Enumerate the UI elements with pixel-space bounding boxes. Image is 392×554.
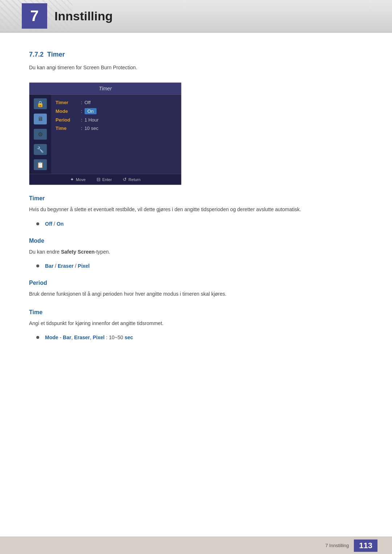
kw-pixel-ref: Pixel <box>93 335 105 340</box>
bullet-timer-text: Off / On <box>45 221 64 227</box>
kw-eraser: Eraser <box>58 263 74 269</box>
kw-eraser-ref: Eraser <box>74 335 90 340</box>
move-icon: ✦ <box>70 177 74 182</box>
kw-sec: sec <box>124 335 133 340</box>
menu-icon-1: 🔒 <box>34 98 47 109</box>
bullet-mode-text: Bar / Eraser / Pixel <box>45 263 90 269</box>
subsection-period-desc: Bruk denne funksjonen til å angi periode… <box>29 290 363 298</box>
return-label: Return <box>128 177 140 182</box>
subsection-time: Time Angi et tidspunkt for kjøring innen… <box>29 309 363 340</box>
menu-rows-container: Timer : Off Mode : On Period : 1 Hour Ti… <box>51 95 181 174</box>
kw-mode-ref: Mode <box>45 335 58 340</box>
return-icon: ↺ <box>123 177 127 182</box>
move-label: Move <box>76 177 86 182</box>
menu-footer-return: ↺ Return <box>123 177 140 182</box>
kw-safety-screen: Safety Screen <box>61 249 95 255</box>
menu-content-area: 🔒 🖥 ⚙ 🔧 📋 Timer : Off Mode : On <box>29 95 181 174</box>
menu-title-text: Timer <box>99 86 112 91</box>
footer-page-number: 113 <box>354 539 377 552</box>
kw-pixel: Pixel <box>78 263 90 269</box>
subsection-period: Period Bruk denne funksjonen til å angi … <box>29 280 363 298</box>
footer-label: 7 Innstilling <box>325 543 349 548</box>
header-banner: 7 Innstilling <box>0 0 392 33</box>
chapter-title: Innstilling <box>54 9 113 23</box>
menu-row-timer-value: Off <box>85 100 91 105</box>
menu-row-mode-value: On <box>85 108 97 114</box>
subsection-mode-label: Mode <box>29 238 363 244</box>
subsection-period-label: Period <box>29 280 363 286</box>
kw-on: On <box>57 221 64 227</box>
subsection-mode: Mode Du kan endre Safety Screen-typen. B… <box>29 238 363 269</box>
section-header-block: 7.7.2 Timer Du kan angi timeren for Scre… <box>29 51 363 71</box>
menu-row-time: Time : 10 sec <box>56 126 177 131</box>
bullet-timer-options: Off / On <box>29 221 363 227</box>
subsection-time-desc: Angi et tidspunkt for kjøring innenfor d… <box>29 319 363 327</box>
menu-row-timer: Timer : Off <box>56 100 177 105</box>
menu-row-time-value: 10 sec <box>85 126 98 131</box>
menu-icon-4: 🔧 <box>34 144 47 155</box>
section-heading: 7.7.2 Timer <box>29 51 363 58</box>
bullet-time-text: Mode - Bar, Eraser, Pixel : 10~50 sec <box>45 335 133 340</box>
bullet-dot <box>36 222 39 225</box>
enter-label: Enter <box>102 177 112 182</box>
menu-row-timer-label: Timer <box>56 100 81 105</box>
subsection-timer-label: Timer <box>29 195 363 202</box>
menu-footer-move: ✦ Move <box>70 177 86 182</box>
menu-row-time-label: Time <box>56 126 81 131</box>
page-footer: 7 Innstilling 113 <box>0 537 392 554</box>
menu-footer: ✦ Move ⊟ Enter ↺ Return <box>29 174 181 185</box>
menu-icon-5: 📋 <box>34 159 47 170</box>
bullet-mode-options: Bar / Eraser / Pixel <box>29 263 363 269</box>
subsection-timer: Timer Hvis du begynner å slette et event… <box>29 195 363 226</box>
kw-bar-ref: Bar <box>63 335 71 340</box>
subsection-time-label: Time <box>29 309 363 316</box>
menu-row-period-value: 1 Hour <box>85 117 99 123</box>
menu-row-mode-label: Mode <box>56 108 81 114</box>
chapter-number-box: 7 <box>22 3 47 29</box>
menu-row-period-label: Period <box>56 117 81 123</box>
menu-row-period: Period : 1 Hour <box>56 117 177 123</box>
subsection-timer-desc: Hvis du begynner å slette et eventuelt r… <box>29 205 363 213</box>
menu-icon-2: 🖥 <box>34 114 47 124</box>
menu-icon-3: ⚙ <box>34 129 47 140</box>
kw-bar: Bar <box>45 263 53 269</box>
section-intro-text: Du kan angi timeren for Screen Burn Prot… <box>29 63 363 71</box>
menu-screenshot: Timer 🔒 🖥 ⚙ 🔧 📋 Timer : Off Mode : <box>29 82 181 185</box>
kw-off: Off <box>45 221 52 227</box>
section-title: Timer <box>47 51 65 58</box>
bullet-dot <box>36 264 39 267</box>
main-content: 7.7.2 Timer Du kan angi timeren for Scre… <box>0 33 392 387</box>
menu-icon-sidebar: 🔒 🖥 ⚙ 🔧 📋 <box>29 95 51 174</box>
section-number: 7.7.2 <box>29 51 44 58</box>
enter-icon: ⊟ <box>97 177 101 182</box>
menu-row-mode: Mode : On <box>56 108 177 114</box>
menu-title-bar: Timer <box>29 83 181 95</box>
menu-footer-enter: ⊟ Enter <box>97 177 112 182</box>
bullet-time-options: Mode - Bar, Eraser, Pixel : 10~50 sec <box>29 335 363 340</box>
chapter-number: 7 <box>30 7 38 25</box>
bullet-dot <box>36 336 39 339</box>
subsection-mode-desc: Du kan endre Safety Screen-typen. <box>29 248 363 256</box>
